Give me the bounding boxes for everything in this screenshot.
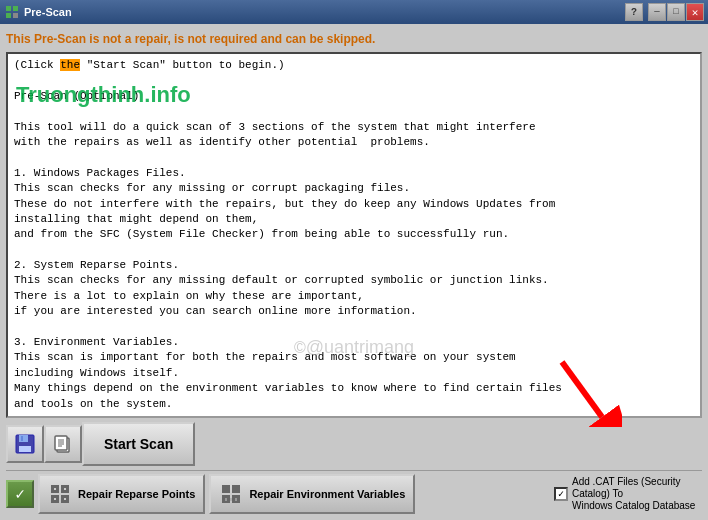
highlight-the: the xyxy=(60,59,80,71)
save-button[interactable] xyxy=(6,425,44,463)
svg-rect-24 xyxy=(222,485,230,493)
cat-files-checkbox[interactable]: ✓ xyxy=(554,487,568,501)
cat-files-label: Add .CAT Files (Security Catalog) ToWind… xyxy=(572,476,702,512)
svg-rect-0 xyxy=(6,6,11,11)
footer-bar: ✓ Repair Reparse Points xyxy=(6,470,702,514)
main-container: This Pre-Scan is not a repair, is not re… xyxy=(0,24,708,520)
cat-files-checkbox-area: ✓ Add .CAT Files (Security Catalog) ToWi… xyxy=(554,476,702,512)
svg-rect-1 xyxy=(13,6,18,11)
start-scan-button[interactable]: Start Scan xyxy=(82,422,195,466)
svg-rect-3 xyxy=(13,13,18,18)
svg-rect-2 xyxy=(6,13,11,18)
window-controls: ? ─ □ ✕ xyxy=(625,3,704,21)
section2-body: This scan checks for any missing default… xyxy=(14,273,694,319)
minimize-button[interactable]: ─ xyxy=(648,3,666,21)
repair-env-icon xyxy=(219,482,243,506)
close-button[interactable]: ✕ xyxy=(686,3,704,21)
section3-body: This scan is important for both the repa… xyxy=(14,350,694,412)
section2-title: 2. System Reparse Points. xyxy=(14,258,694,273)
help-button[interactable]: ? xyxy=(625,3,643,21)
intro-paragraph: This tool will do a quick scan of 3 sect… xyxy=(14,120,694,151)
warning-text: This Pre-Scan is not a repair, is not re… xyxy=(6,30,702,48)
svg-rect-11 xyxy=(55,436,67,450)
svg-rect-22 xyxy=(54,498,56,500)
maximize-button[interactable]: □ xyxy=(667,3,685,21)
repair-env-button[interactable]: Repair Environment Variables xyxy=(209,474,415,514)
prescan-header: Pre-Scan (Optional) xyxy=(14,89,694,104)
svg-rect-25 xyxy=(232,485,240,493)
repair-reparse-icon xyxy=(48,482,72,506)
repair-reparse-label: Repair Reparse Points xyxy=(78,488,195,500)
content-text-area[interactable]: (Click the "Start Scan" button to begin.… xyxy=(6,52,702,418)
svg-rect-9 xyxy=(21,436,23,441)
toolbar-row: Start Scan xyxy=(6,422,702,466)
svg-rect-21 xyxy=(64,488,66,490)
copy-button[interactable] xyxy=(44,425,82,463)
svg-rect-23 xyxy=(64,498,66,500)
section1-body: This scan checks for any missing or corr… xyxy=(14,181,694,243)
click-instruction: (Click the "Start Scan" button to begin.… xyxy=(14,58,694,73)
section3-title: 3. Environment Variables. xyxy=(14,335,694,350)
content-area-wrapper: Truongthinh.info ©@uantrimang (Click the… xyxy=(6,52,702,418)
repair-env-label: Repair Environment Variables xyxy=(249,488,405,500)
svg-rect-7 xyxy=(19,435,28,442)
svg-rect-8 xyxy=(19,446,31,452)
svg-rect-20 xyxy=(54,488,56,490)
app-icon xyxy=(4,4,20,20)
section1-title: 1. Windows Packages Files. xyxy=(14,166,694,181)
window-title: Pre-Scan xyxy=(24,6,625,18)
repair-reparse-button[interactable]: Repair Reparse Points xyxy=(38,474,205,514)
title-bar: Pre-Scan ? ─ □ ✕ xyxy=(0,0,708,24)
check-icon: ✓ xyxy=(6,480,34,508)
